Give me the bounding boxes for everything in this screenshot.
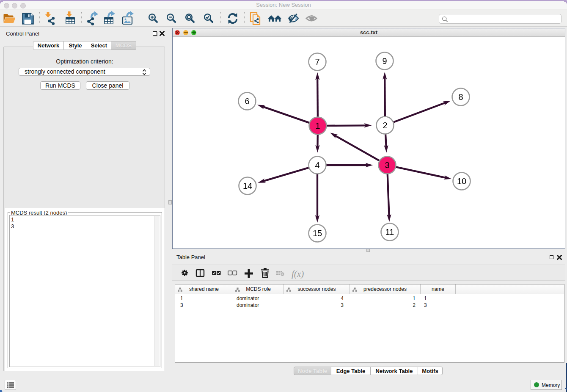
svg-text:14: 14 [243, 181, 252, 190]
svg-text:9: 9 [382, 56, 387, 66]
svg-text:2: 2 [383, 121, 387, 130]
svg-text:4: 4 [315, 160, 319, 170]
svg-text:3: 3 [385, 160, 389, 170]
svg-text:8: 8 [458, 92, 463, 102]
svg-text:11: 11 [385, 227, 394, 237]
svg-text:f(x): f(x) [292, 269, 304, 279]
svg-text:7: 7 [315, 57, 319, 66]
svg-text:10: 10 [457, 177, 466, 186]
svg-text:1: 1 [315, 121, 320, 130]
svg-text:6: 6 [245, 97, 249, 106]
svg-text:15: 15 [313, 229, 322, 238]
